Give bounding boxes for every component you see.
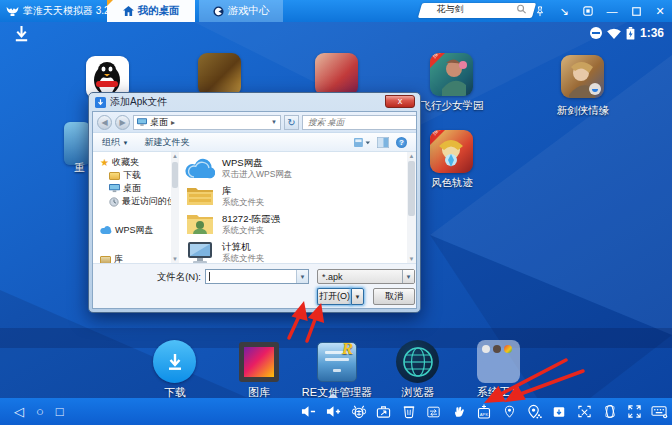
game-app-icon-1[interactable] <box>198 53 241 96</box>
boss-key-button[interactable] <box>582 4 594 18</box>
dialog-close-button[interactable]: x <box>385 95 415 108</box>
open-button[interactable]: 打开(O) <box>317 288 351 305</box>
dialog-search-input[interactable] <box>306 116 417 128</box>
shake-icon[interactable] <box>601 403 618 420</box>
wifi-icon <box>607 27 621 39</box>
clipboard-icon[interactable] <box>400 403 417 420</box>
volume-up-icon[interactable] <box>325 403 342 420</box>
app-icon-flying-girls[interactable]: 推荐 <box>430 53 473 96</box>
app-label-flying-girls[interactable]: 飞行少女学园 <box>408 99 496 113</box>
partial-app-icon[interactable] <box>64 122 90 165</box>
android-status-bar: 1:36 <box>590 26 664 40</box>
app-logo-icon <box>6 6 19 17</box>
filename-input[interactable] <box>210 270 296 283</box>
sidebar-item-favorites[interactable]: ★ 收藏夹 <box>100 156 171 169</box>
recent-places-icon <box>109 197 119 207</box>
fullscreen-icon[interactable] <box>626 403 643 420</box>
sidebar-scrollbar[interactable]: ▲ ▼ <box>171 152 179 263</box>
dock-download-icon[interactable] <box>153 340 196 383</box>
file-list-scrollbar[interactable]: ▲ ▼ <box>407 152 416 263</box>
help-button[interactable]: ? <box>396 137 407 148</box>
title-search-input[interactable] <box>434 3 512 15</box>
address-dropdown-arrow[interactable]: ▼ <box>271 119 277 125</box>
app-market-icon[interactable] <box>375 403 392 420</box>
minimize-button[interactable]: — <box>606 4 618 18</box>
forward-button[interactable]: ▶ <box>115 115 130 130</box>
shrink-button[interactable]: ↘ <box>558 4 570 18</box>
tray-expander[interactable] <box>328 393 338 398</box>
app-icon-wind-trail[interactable]: 推荐 <box>430 130 473 173</box>
titlebar: 掌淮天天模拟器 3.2.5 我的桌面 游戏中心 <box>0 0 672 22</box>
tab-my-desktop-label: 我的桌面 <box>138 4 180 18</box>
file-row-computer[interactable]: 计算机 系统文件夹 <box>185 238 404 263</box>
dialog-search-box[interactable] <box>302 115 417 130</box>
do-not-disturb-icon <box>590 27 602 39</box>
recommend-badge: 推荐 <box>430 53 445 68</box>
install-apk-icon[interactable]: APK <box>475 403 492 420</box>
file-row-user[interactable]: 81272-陈霞强 系统文件夹 <box>185 210 404 238</box>
desktop-folder-icon <box>109 184 120 193</box>
sidebar-item-wps-cloud[interactable]: WPS网盘 <box>100 224 171 237</box>
add-apk-dialog: 添加Apk文件 x ◀ ▶ 桌面 ▸ ▼ ↻ <box>88 92 421 313</box>
breadcrumb[interactable]: 桌面 ▸ ▼ <box>133 115 281 130</box>
dock-gallery-icon[interactable] <box>237 340 280 383</box>
maximize-button[interactable] <box>630 4 642 18</box>
dialog-address-bar: ◀ ▶ 桌面 ▸ ▼ ↻ <box>93 112 416 133</box>
filter-dropdown-arrow[interactable]: ▼ <box>402 270 414 283</box>
wps-cloud-icon <box>185 156 215 180</box>
screenshot-icon[interactable] <box>576 403 593 420</box>
touch-mode-icon[interactable] <box>450 403 467 420</box>
location-settings-icon[interactable] <box>526 403 543 420</box>
window-controls: ↘ — ✕ <box>534 0 666 22</box>
breadcrumb-location[interactable]: 桌面 <box>150 116 168 129</box>
tab-game-center-label: 游戏中心 <box>228 4 270 18</box>
tab-my-desktop[interactable]: 我的桌面 <box>107 0 195 22</box>
dialog-toolbar: 组织 ▼ 新建文件夹 ? <box>93 133 416 152</box>
sidebar-item-desktop[interactable]: 桌面 <box>100 182 171 195</box>
dock-system-tools-folder[interactable] <box>477 340 520 383</box>
organize-button[interactable]: 组织 ▼ <box>102 136 128 149</box>
app-install-icon[interactable] <box>551 403 568 420</box>
refresh-button[interactable]: ↻ <box>284 115 299 130</box>
sidebar-item-downloads[interactable]: 下载 <box>100 169 171 182</box>
cancel-button[interactable]: 取消 <box>373 288 415 305</box>
partial-app-label[interactable]: 重 <box>74 161 85 175</box>
filename-combobox[interactable]: ▼ <box>205 269 309 284</box>
pin-button[interactable] <box>534 4 546 18</box>
dock-browser-icon[interactable] <box>396 340 439 383</box>
assistant-bee-icon[interactable] <box>350 403 367 420</box>
mini-app-icon <box>504 345 512 353</box>
back-button[interactable]: ◀ <box>97 115 112 130</box>
close-button[interactable]: ✕ <box>654 4 666 18</box>
volume-down-icon[interactable] <box>300 403 317 420</box>
filename-dropdown-arrow[interactable]: ▼ <box>296 270 308 283</box>
app-icon-new-swordsman[interactable] <box>561 55 604 98</box>
downloads-shortcut-icon[interactable] <box>12 25 31 43</box>
open-split-arrow[interactable]: ▼ <box>351 288 364 305</box>
search-icon[interactable] <box>516 4 526 14</box>
view-options-button[interactable] <box>354 137 370 148</box>
sidebar-item-recent[interactable]: 最近访问的位置 <box>100 195 171 208</box>
file-row-wps[interactable]: WPS网盘 双击进入WPS网盘 <box>185 154 404 182</box>
recents-nav-button[interactable]: □ <box>56 404 64 419</box>
breadcrumb-chevron[interactable]: ▸ <box>171 118 175 127</box>
file-type-filter[interactable]: *.apk ▼ <box>317 269 415 284</box>
game-center-icon <box>213 6 224 17</box>
dock-re-file-manager-icon[interactable]: R <box>315 340 358 383</box>
virtual-location-icon[interactable] <box>501 403 518 420</box>
preview-pane-button[interactable] <box>377 137 389 148</box>
home-nav-button[interactable]: ○ <box>36 404 44 419</box>
keyboard-settings-icon[interactable] <box>651 403 668 420</box>
app-label-wind-trail[interactable]: 风色轨迹 <box>414 176 490 190</box>
title-search-box[interactable] <box>418 3 536 18</box>
new-folder-button[interactable]: 新建文件夹 <box>144 136 189 149</box>
desktop-mini-icon <box>137 118 147 127</box>
file-row-libraries[interactable]: 库 系统文件夹 <box>185 182 404 210</box>
home-icon <box>123 6 134 16</box>
back-nav-button[interactable]: ◁ <box>14 404 24 419</box>
swap-icon[interactable] <box>425 403 442 420</box>
app-label-new-swordsman[interactable]: 新剑侠情缘 <box>546 104 620 118</box>
dialog-titlebar[interactable]: 添加Apk文件 x <box>89 93 420 111</box>
game-app-icon-2[interactable] <box>315 53 358 96</box>
tab-game-center[interactable]: 游戏中心 <box>199 0 283 22</box>
